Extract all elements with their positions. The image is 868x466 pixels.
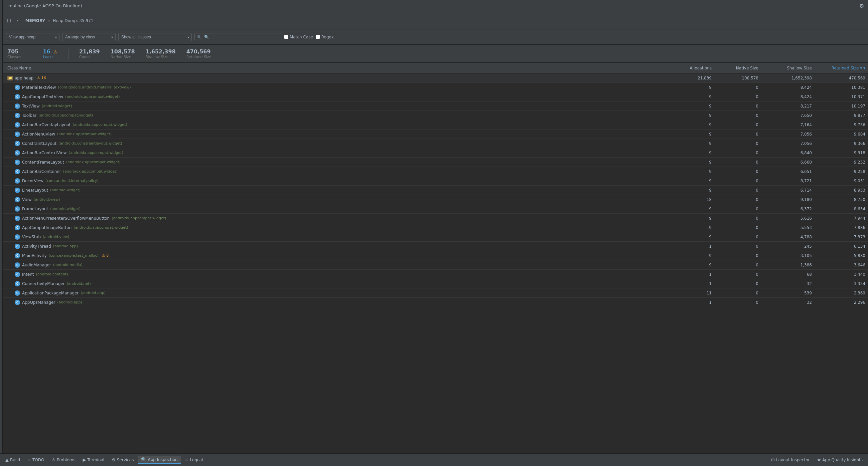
table-row[interactable]: C LinearLayout (android.widget) 906,7148… xyxy=(3,186,868,195)
table-row[interactable]: C ActionMenuPresenter$OverflowMenuButton… xyxy=(3,213,868,223)
tab-app-quality[interactable]: ★ App Quality Insights xyxy=(813,456,866,464)
shallow-size-cell: 7,056 xyxy=(761,132,814,136)
class-icon: C xyxy=(15,178,20,184)
tab-layout-inspector[interactable]: ⊞ Layout Inspector xyxy=(768,456,813,464)
native-size-cell: 0 xyxy=(714,272,761,277)
native-size-cell: 108,578 xyxy=(714,76,761,80)
table-row[interactable]: C ApplicationPackageManager (android.app… xyxy=(3,289,868,298)
class-name: Intent xyxy=(22,272,34,277)
class-warning: ⚠ 8 xyxy=(102,253,108,258)
th-retained-size[interactable]: Retained Size ▾ xyxy=(814,66,868,70)
class-package: (androidx.appcompat.widget) xyxy=(65,95,120,99)
th-native-size[interactable]: Native Size xyxy=(714,66,761,70)
class-name: LinearLayout xyxy=(22,188,48,193)
class-name: ViewStub xyxy=(22,235,41,239)
arrange-by-select[interactable]: Arrange by class xyxy=(62,33,116,41)
tab-logcat-label: Logcat xyxy=(190,458,204,462)
regex-checkbox[interactable] xyxy=(316,35,320,39)
native-size-cell: 0 xyxy=(714,291,761,295)
class-name-cell: C MainActivity (com.example.test_malloc)… xyxy=(3,253,668,258)
view-heap-select[interactable]: View app heap xyxy=(6,33,59,41)
sidebar-toggle-button[interactable]: □ xyxy=(6,16,12,25)
table-row[interactable]: C ActionBarOverlayLayout (androidx.appco… xyxy=(3,120,868,130)
tab-terminal[interactable]: ▶ Terminal xyxy=(79,456,107,464)
retained-size-cell: 7,944 xyxy=(814,216,868,221)
table-row[interactable]: C ConnectivityManager (android.net) 1032… xyxy=(3,279,868,289)
table-row[interactable]: C ContentFrameLayout (androidx.appcompat… xyxy=(3,158,868,167)
bottom-bar: ▲ Build ≡ TODO ⚠ Problems ▶ Terminal ⚙ S… xyxy=(0,453,868,466)
class-icon: C xyxy=(15,244,20,249)
class-icon: C xyxy=(15,215,20,221)
retained-size-label: Retained Size xyxy=(186,55,212,59)
tab-services[interactable]: ⚙ Services xyxy=(108,456,137,464)
allocations-cell: 9 xyxy=(668,188,714,193)
class-package: (android.app) xyxy=(57,300,82,304)
table-row[interactable]: C AppOpsManager (android.app) 10322,296 xyxy=(3,298,868,307)
tab-todo[interactable]: ≡ TODO xyxy=(24,456,48,464)
table-row[interactable]: C Intent (android.content) 10683,440 xyxy=(3,270,868,279)
retained-size-cell: 9,684 xyxy=(814,132,868,136)
search-input[interactable] xyxy=(194,33,281,41)
table-row[interactable]: C MainActivity (com.example.test_malloc)… xyxy=(3,251,868,260)
tab-logcat[interactable]: ≡ Logcat xyxy=(182,456,207,464)
class-name: Toolbar xyxy=(22,113,36,118)
stat-classes: 705 Classes xyxy=(7,48,21,59)
tab-app-inspection[interactable]: 🔍 App Inspection xyxy=(138,456,181,464)
table-row[interactable]: C AppCompatTextView (androidx.appcompat.… xyxy=(3,92,868,101)
class-name-cell: C ActionBarOverlayLayout (androidx.appco… xyxy=(3,122,668,128)
class-icon: C xyxy=(15,113,20,118)
tab-build[interactable]: ▲ Build xyxy=(2,456,23,464)
class-package: (androidx.appcompat.widget) xyxy=(73,225,128,230)
table-row[interactable]: C View (android.view) 1809,1808,750 xyxy=(3,195,868,204)
allocations-cell: 9 xyxy=(668,123,714,127)
left-edge-strip xyxy=(0,0,3,466)
allocations-cell: 21,839 xyxy=(668,76,714,80)
class-name-cell: C Intent (android.content) xyxy=(3,272,668,277)
count-value: 21,839 xyxy=(79,48,100,55)
table-row[interactable]: C AudioManager (android.media) 901,3863,… xyxy=(3,260,868,270)
regex-label[interactable]: Regex xyxy=(316,35,334,39)
match-case-label[interactable]: Match Case xyxy=(284,35,313,39)
back-button[interactable]: ← xyxy=(15,16,23,25)
table-row[interactable]: C ActivityThread (android.app) 102456,13… xyxy=(3,242,868,251)
class-package: (androidx.appcompat.widget) xyxy=(69,151,123,155)
table-row[interactable]: 📁 app heap ⚠ 1621,839108,5781,652,398470… xyxy=(3,73,868,83)
table-row[interactable]: C MaterialTextView (com.google.android.m… xyxy=(3,83,868,92)
allocations-cell: 1 xyxy=(668,281,714,286)
table-row[interactable]: C ViewStub (android.view) 904,7887,373 xyxy=(3,232,868,242)
allocations-cell: 9 xyxy=(668,141,714,146)
table-row[interactable]: C ConstraintLayout (androidx.constraintl… xyxy=(3,139,868,148)
table-row[interactable]: C ActionBarContainer (androidx.appcompat… xyxy=(3,167,868,176)
th-shallow-size[interactable]: Shallow Size xyxy=(761,66,814,70)
tab-problems[interactable]: ⚠ Problems xyxy=(49,456,79,464)
class-package: (android.content) xyxy=(36,272,68,276)
th-allocations[interactable]: Allocations xyxy=(668,66,714,70)
class-icon: C xyxy=(15,225,20,230)
classes-label: Classes xyxy=(7,55,21,59)
table-row[interactable]: C FrameLayout (android.widget) 906,3728,… xyxy=(3,204,868,213)
class-package: (androidx.appcompat.widget) xyxy=(38,113,93,118)
allocations-cell: 9 xyxy=(668,216,714,221)
class-name-cell: C ConnectivityManager (android.net) xyxy=(3,281,668,287)
table-row[interactable]: C DecorView (com.android.internal.policy… xyxy=(3,176,868,186)
native-size-cell: 0 xyxy=(714,207,761,211)
table-row[interactable]: C ActionBarContextView (androidx.appcomp… xyxy=(3,148,868,158)
class-name: ActivityThread xyxy=(22,244,51,249)
root-warning: ⚠ 16 xyxy=(37,76,46,80)
native-size-cell: 0 xyxy=(714,141,761,146)
table-row[interactable]: C TextView (android.widget) 908,21710,19… xyxy=(3,101,868,111)
table-row[interactable]: C AppCompatImageButton (androidx.appcomp… xyxy=(3,223,868,232)
leaks-label: Leaks xyxy=(43,55,54,59)
native-size-cell: 0 xyxy=(714,95,761,99)
table-row[interactable]: C Toolbar (androidx.appcompat.widget) 90… xyxy=(3,111,868,120)
native-size-cell: 0 xyxy=(714,235,761,239)
table-row[interactable]: C ActionMenuView (androidx.appcompat.wid… xyxy=(3,130,868,139)
match-case-checkbox[interactable] xyxy=(284,35,288,39)
retained-size-cell: 6,134 xyxy=(814,244,868,249)
show-classes-select[interactable]: Show all classes xyxy=(118,33,192,41)
class-name: ActionBarOverlayLayout xyxy=(22,123,71,127)
class-icon: C xyxy=(15,150,20,156)
retained-size-cell: 10,197 xyxy=(814,104,868,108)
settings-icon[interactable]: ⚙ xyxy=(859,3,864,9)
retained-size-cell: 8,750 xyxy=(814,197,868,202)
